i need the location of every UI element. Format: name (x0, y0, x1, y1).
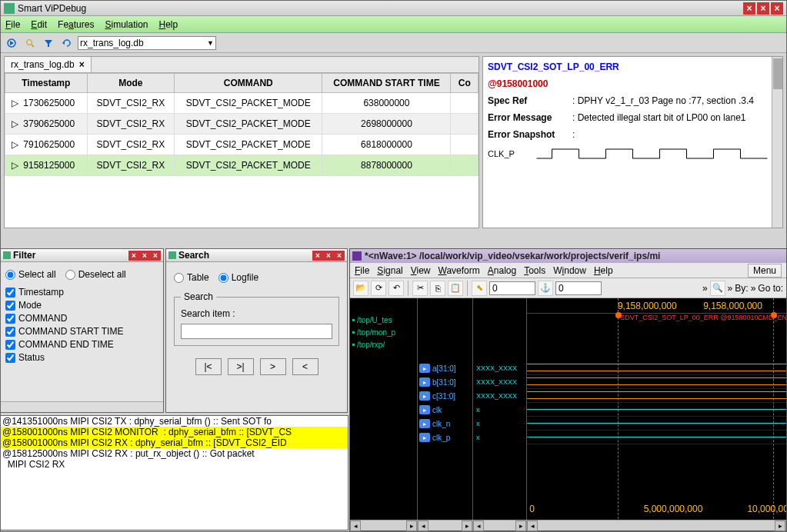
log-window[interactable]: @141351000ns MIPI CSI2 TX : dphy_serial_… (0, 415, 348, 530)
select-all-radio[interactable]: Select all (5, 269, 56, 280)
expand-icon[interactable]: ▷ (12, 118, 18, 129)
copy-icon[interactable]: ⎘ (430, 281, 445, 296)
wave-row (527, 403, 786, 417)
signal-item[interactable]: ▸c[31:0] (418, 389, 472, 403)
filter-checkbox[interactable]: Mode (5, 300, 158, 311)
expand-icon[interactable]: ▷ (12, 98, 18, 108)
search-logfile-radio[interactable]: Logfile (218, 272, 258, 283)
close-button-3[interactable]: × (771, 2, 783, 15)
nwave-menu-window[interactable]: Window (553, 265, 586, 276)
wave-row (527, 417, 786, 431)
snapshot-colon: : (572, 129, 778, 140)
filter-checkbox[interactable]: Timestamp (5, 287, 158, 298)
search-table-radio[interactable]: Table (174, 272, 209, 283)
signal-item[interactable]: ▸a[31:0] (418, 361, 472, 375)
search-nav-button[interactable]: < (292, 358, 318, 375)
search-nav-button[interactable]: > (260, 358, 286, 375)
by-label: By: (735, 283, 748, 294)
search-icon[interactable] (22, 35, 38, 51)
search-nav-button[interactable]: |< (195, 358, 222, 375)
filter-close-3[interactable]: × (150, 251, 161, 261)
play-icon[interactable] (4, 35, 19, 51)
menu-edit[interactable]: Edit (31, 19, 47, 30)
expand-icon[interactable]: ▷ (12, 139, 18, 150)
menu-simulation[interactable]: Simulation (105, 19, 148, 30)
filter-hscrollbar[interactable] (1, 401, 163, 412)
search-close-2[interactable]: × (323, 251, 334, 261)
nwave-menu-button[interactable]: Menu (748, 264, 782, 278)
col-mode[interactable]: Mode (87, 74, 175, 93)
close-button-2[interactable]: × (757, 2, 769, 15)
menu-features[interactable]: Features (58, 19, 94, 30)
search-nav-button[interactable]: >| (228, 358, 254, 375)
cursor-icon[interactable]: ⬉ (472, 281, 487, 296)
nwave-menu-help[interactable]: Help (594, 265, 613, 276)
wave-row (527, 431, 786, 444)
reload-icon[interactable]: ⟳ (371, 281, 386, 296)
filter-icon[interactable] (41, 35, 56, 51)
undo-icon[interactable]: ↶ (388, 281, 404, 296)
nwave-menu-waveform[interactable]: Waveform (439, 265, 480, 276)
signal-value: XXXX_XXXX (473, 361, 526, 375)
search-close-3[interactable]: × (334, 251, 345, 261)
snapshot-label: Error Snapshot (488, 129, 572, 140)
nwave-app-icon (352, 251, 362, 261)
db-combo[interactable]: rx_trans_log.db ▼ (78, 36, 216, 50)
close-button[interactable]: × (743, 2, 755, 15)
signal-item[interactable]: ▸clk (418, 403, 472, 417)
filter-checkbox[interactable]: COMMAND (5, 313, 158, 324)
nwave-menu-signal[interactable]: Signal (377, 265, 402, 276)
time-field-1[interactable] (489, 281, 535, 295)
col-timestamp[interactable]: Timestamp (5, 74, 88, 93)
table-row[interactable]: ▷ 9158125000SDVT_CSI2_RXSDVT_CSI2_PACKET… (5, 155, 479, 176)
zoom-icon[interactable]: 🔍 (710, 281, 725, 296)
folder-open-icon[interactable]: 📂 (353, 281, 368, 296)
search-input[interactable] (181, 324, 332, 339)
filter-checkbox[interactable]: COMMAND END TIME (5, 339, 158, 350)
search-window-icon (168, 251, 176, 259)
col-command[interactable]: COMMAND (175, 74, 322, 93)
paste-icon[interactable]: 📋 (448, 281, 463, 296)
nwave-menu-tools[interactable]: Tools (524, 265, 545, 276)
time-field-2[interactable] (555, 281, 602, 295)
nwave-hscrollbar[interactable]: ◂▸ ◂▸ ◂▸ ◂▸ (350, 520, 786, 530)
nwave-menu-view[interactable]: View (411, 265, 431, 276)
deselect-all-radio[interactable]: Deselect all (65, 269, 126, 280)
filter-checkbox[interactable]: Status (5, 352, 158, 363)
table-row[interactable]: ▷ 7910625000SDVT_CSI2_RXSDVT_CSI2_PACKET… (5, 135, 479, 155)
signal-tree[interactable]: ▪ /top/U_tes▪ /top/mon_p▪ /top/rxp/ (350, 298, 418, 527)
tree-item[interactable]: ▪ /top/rxp/ (350, 338, 417, 351)
value-column: XXXX_XXXXXXXX_XXXXXXXX_XXXXxxx (473, 298, 527, 527)
tree-item[interactable]: ▪ /top/mon_p (350, 326, 417, 338)
cut-icon[interactable]: ✂ (412, 281, 428, 296)
chevron-down-icon[interactable]: ▼ (207, 39, 214, 47)
table-row[interactable]: ▷ 1730625000SDVT_CSI2_RXSDVT_CSI2_PACKET… (5, 93, 479, 114)
tab-rx-trans-log[interactable]: rx_trans_log.db × (5, 57, 92, 72)
signal-value: XXXX_XXXX (473, 389, 526, 403)
col-co[interactable]: Co (451, 74, 479, 93)
menu-help[interactable]: Help (159, 19, 178, 30)
nwave-menu-analog[interactable]: Analog (488, 265, 516, 276)
anchor-icon[interactable]: ⚓ (538, 281, 553, 296)
signal-list[interactable]: ▸a[31:0]▸b[31:0]▸c[31:0]▸clk▸clk_n▸clk_p (418, 298, 473, 527)
col-start-time[interactable]: COMMAND START TIME (322, 74, 451, 93)
filter-close-1[interactable]: × (128, 251, 139, 261)
error-time: @9158001000 (488, 78, 778, 89)
filter-checkbox[interactable]: COMMAND START TIME (5, 326, 158, 337)
signal-item[interactable]: ▸clk_p (418, 431, 472, 444)
table-row[interactable]: ▷ 3790625000SDVT_CSI2_RXSDVT_CSI2_PACKET… (5, 114, 479, 135)
waveform-area[interactable]: 9,158,000,000 9,158,000,000 SDVT_CSI2_SO… (527, 298, 786, 527)
search-close-1[interactable]: × (312, 251, 323, 261)
nwave-menu-file[interactable]: File (355, 265, 369, 276)
detail-scrollbar[interactable] (772, 57, 782, 228)
signal-icon: ▸ (419, 405, 430, 414)
refresh-icon[interactable] (59, 35, 75, 51)
menu-file[interactable]: File (5, 19, 20, 30)
tree-item[interactable]: ▪ /top/U_tes (350, 314, 417, 326)
wave-row (527, 375, 786, 389)
filter-close-2[interactable]: × (139, 251, 150, 261)
close-icon[interactable]: × (79, 59, 85, 70)
expand-icon[interactable]: ▷ (12, 160, 18, 171)
signal-item[interactable]: ▸b[31:0] (418, 375, 472, 389)
signal-item[interactable]: ▸clk_n (418, 417, 472, 431)
